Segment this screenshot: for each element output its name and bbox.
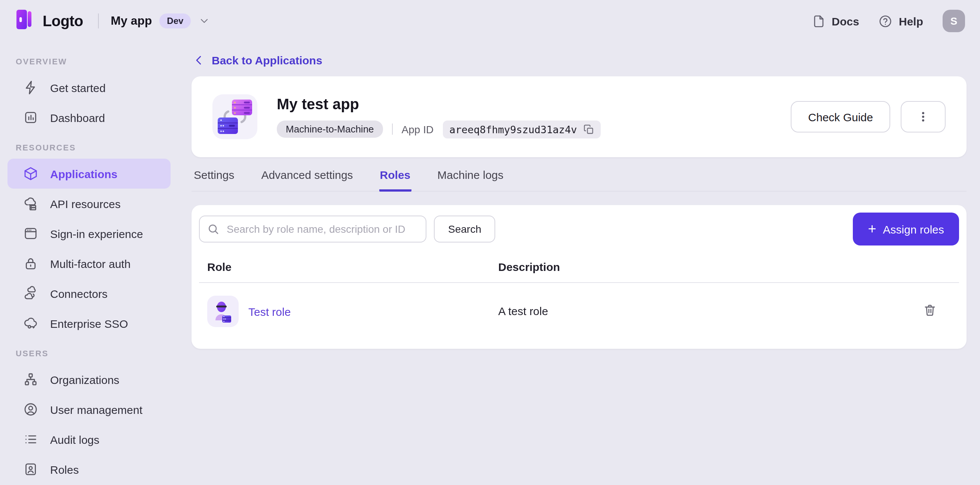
delete-role-button[interactable] [923,303,936,317]
app-title: My test app [277,96,601,113]
search-button[interactable]: Search [434,215,496,242]
lock-icon [23,256,38,271]
main-content: Back to Applications [191,42,967,349]
app-actions: Check Guide [791,101,946,132]
column-header-description: Description [490,253,892,282]
connectors-icon [23,286,38,301]
cube-icon [23,166,38,181]
roles-table: Role Description [199,253,959,340]
column-header-actions [892,253,959,282]
sub-divider [392,123,393,135]
help-circle-icon [879,14,893,28]
kebab-icon [916,110,930,123]
tab-machine-logs[interactable]: Machine logs [436,163,504,191]
topbar: Logto My app Dev Docs Help S [0,0,980,42]
role-icon [207,296,239,327]
app-id-label: App ID [402,123,434,135]
machine-to-machine-app-icon [212,94,257,139]
roles-toolbar: Search + Assign roles [199,212,959,246]
role-name-link[interactable]: Test role [248,305,291,318]
app-type-badge: Machine-to-Machine [277,121,383,138]
check-guide-button[interactable]: Check Guide [791,101,890,132]
cloud-key-icon [23,316,38,331]
sidebar-item-multi-factor-auth[interactable]: Multi-factor auth [8,249,170,278]
topbar-right: Docs Help S [812,10,965,32]
tab-advanced-settings[interactable]: Advanced settings [260,163,353,191]
env-badge: Dev [159,13,191,29]
sidebar-item-dashboard[interactable]: Dashboard [8,102,170,132]
help-label: Help [899,14,923,27]
search-wrap [199,215,426,242]
tab-settings[interactable]: Settings [193,163,235,191]
logto-console: Logto My app Dev Docs Help S [0,0,980,485]
search-icon [207,223,219,238]
help-button[interactable]: Help [879,14,923,28]
sidebar-item-applications[interactable]: Applications [8,159,170,188]
back-to-applications-link[interactable]: Back to Applications [191,51,967,69]
role-cell: Test role [207,296,490,327]
docs-label: Docs [832,14,859,27]
logto-brand[interactable]: Logto [15,9,83,33]
sidebar-section-overview: OVERVIEW [0,46,177,73]
search-input[interactable] [199,215,426,242]
brand-name: Logto [43,12,83,30]
browser-icon [23,226,38,241]
sidebar-item-sign-in-experience[interactable]: Sign-in experience [8,219,170,249]
copy-icon[interactable] [584,124,594,134]
sidebar-section-users: USERS [0,338,177,364]
app-meta: My test app Machine-to-Machine App ID ar… [277,96,601,138]
org-tree-icon [23,372,38,387]
tenant-selector[interactable]: My app Dev [111,13,210,29]
sidebar-item-organizations[interactable]: Organizations [8,364,170,394]
sidebar-item-roles[interactable]: Roles [8,454,170,484]
plus-icon: + [868,222,876,236]
app-id-value: areeq8fhmy9szud31az4v [449,123,577,135]
sidebar-item-get-started[interactable]: Get started [8,73,170,102]
tenant-name: My app [111,14,152,28]
chevron-left-icon [193,54,206,66]
logto-logo-icon [15,9,34,33]
list-icon [23,432,38,447]
app-header-card: My test app Machine-to-Machine App ID ar… [191,77,967,157]
sidebar: OVERVIEW Get started Dashboard RESOURCES… [0,42,177,484]
bar-chart-icon [23,110,38,125]
id-card-icon [23,462,38,477]
docs-button[interactable]: Docs [812,14,859,28]
sidebar-section-resources: RESOURCES [0,132,177,159]
user-avatar[interactable]: S [943,10,965,32]
sidebar-item-connectors[interactable]: Connectors [8,278,170,308]
role-description: A test role [498,305,548,317]
cloud-stack-icon [23,196,38,211]
more-actions-button[interactable] [901,101,946,132]
app-tabs: Settings Advanced settings Roles Machine… [191,163,967,191]
table-row: Test role A test role [199,282,959,340]
topbar-divider [98,13,99,29]
roles-panel: Search + Assign roles Role Description [191,205,967,349]
user-circle-icon [23,402,38,417]
tab-roles[interactable]: Roles [379,163,412,191]
app-id-chip[interactable]: areeq8fhmy9szud31az4v [442,120,601,138]
sidebar-item-audit-logs[interactable]: Audit logs [8,424,170,454]
sidebar-item-enterprise-sso[interactable]: Enterprise SSO [8,308,170,338]
sidebar-item-user-management[interactable]: User management [8,394,170,424]
assign-roles-button[interactable]: + Assign roles [853,212,959,246]
chevron-down-icon [198,15,210,27]
lightning-icon [23,80,38,95]
document-icon [812,14,826,28]
sidebar-item-api-resources[interactable]: API resources [8,188,170,219]
column-header-role: Role [199,253,490,282]
